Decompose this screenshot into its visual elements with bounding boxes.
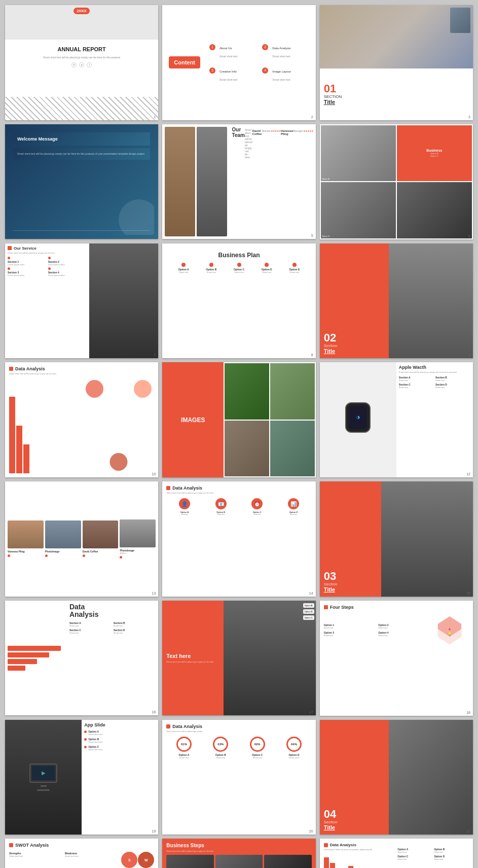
slide14-text: Smart short text will be placed go empty… bbox=[166, 492, 311, 494]
s24-opt3: Option CSmart text bbox=[397, 855, 432, 860]
slide8-number: 8 bbox=[311, 353, 313, 357]
slide-7[interactable]: Our Service Smart short text will be pla… bbox=[5, 244, 158, 359]
person2-role: Manager bbox=[293, 129, 303, 237]
service-item4: Section 4 Lorem ipsum dolor bbox=[48, 267, 87, 276]
slide10-venn bbox=[83, 377, 155, 473]
slide-12[interactable]: ◑ Apple Wacth Smart short text will be p… bbox=[320, 362, 473, 477]
slide-10[interactable]: Data Analysis Smart short text will be p… bbox=[5, 362, 158, 477]
circle3: 02% Option C Smart text bbox=[250, 737, 265, 759]
bs-photo3 bbox=[264, 855, 311, 868]
slide17-body: Smart short text will be placed go empty… bbox=[166, 661, 219, 663]
slide22-title: SWOT Analysis bbox=[15, 843, 49, 848]
slide14-icons: 👤 Option A Smart text 📧 Option B Smart t… bbox=[166, 498, 311, 515]
slide9-num: 02 bbox=[324, 332, 385, 343]
step-opt1: Option 1Smart text bbox=[324, 623, 377, 629]
slide-1[interactable]: 20XX ANNUAL REPORT Smart short text will… bbox=[5, 5, 158, 120]
slide21-num: 04 bbox=[324, 809, 385, 820]
swot-strengths: StrengthsSmart text here bbox=[9, 852, 63, 867]
slide12-watch-area: ◑ bbox=[320, 362, 396, 477]
slide24-options: Option ASmart text Option BSmart text Op… bbox=[397, 843, 469, 868]
slide-2[interactable]: Content 1 About UsSmart short text 2 Dat… bbox=[162, 5, 315, 120]
card3: David Coffee bbox=[83, 520, 119, 557]
slide-14[interactable]: Data Analysis Smart short text will be p… bbox=[162, 481, 315, 597]
bp-item3: Option C Smart text bbox=[226, 263, 252, 273]
service-item1: Section 1 Lorem ipsum dolor bbox=[8, 257, 47, 266]
slide-13[interactable]: Vanessa Pling Photolmage David Coffee Ph… bbox=[5, 481, 158, 597]
slide23-text: Smart short text will be placed go empty… bbox=[166, 850, 311, 852]
slide5-title: Our Team bbox=[232, 127, 245, 237]
slide10-red-dot bbox=[9, 367, 13, 371]
bar5 bbox=[348, 866, 353, 868]
slide11-number: 11 bbox=[309, 472, 313, 476]
slide-23[interactable]: Business Steps Smart short text will be … bbox=[162, 839, 315, 868]
slide9-title: Title bbox=[324, 348, 385, 354]
slide18-red-dot bbox=[324, 605, 328, 609]
slide-24[interactable]: Data Analysis Lorem ipsum dolor sit amet… bbox=[320, 839, 473, 868]
slide-18[interactable]: Four Steps Option 1Smart text Option 2Sm… bbox=[320, 601, 473, 716]
s16-opt2: Section BSmart text bbox=[114, 621, 156, 627]
slide4-number: 4 bbox=[154, 234, 156, 237]
slide18-title: Four Steps bbox=[330, 605, 354, 610]
slide5-person1: David Coffee Director ★★★★★ bbox=[252, 129, 281, 237]
slide-11[interactable]: IMAGES 11 bbox=[162, 362, 315, 477]
slide16-title: DataAnalysis bbox=[69, 603, 156, 619]
swot-diagram: S W O T bbox=[121, 852, 154, 868]
person2-name: Vanessa Pling bbox=[281, 129, 293, 237]
slide-20[interactable]: Data Analysis Smart short text will be p… bbox=[162, 720, 315, 835]
da-icon1-text: Smart text bbox=[179, 513, 190, 515]
venn-circle1 bbox=[86, 380, 103, 398]
swot-weakness: WeaknessSmart text here bbox=[65, 852, 119, 867]
bar2 bbox=[330, 863, 335, 868]
slide1-icons: P ♥ f bbox=[5, 62, 158, 67]
slide22-red-dot bbox=[9, 843, 13, 847]
slide20-red-dot bbox=[166, 724, 170, 728]
slides-grid: 20XX ANNUAL REPORT Smart short text will… bbox=[5, 5, 473, 868]
slide23-photos bbox=[166, 855, 311, 868]
arrow-svg: ▲ 💡 bbox=[433, 614, 466, 647]
slide-16[interactable]: DataAnalysis Section ASmart text Section… bbox=[5, 601, 158, 716]
bar2 bbox=[16, 426, 22, 473]
slide19-photo: ▶ bbox=[5, 720, 82, 835]
slide18-title-row: Four Steps bbox=[324, 605, 469, 610]
slide2-number: 2 bbox=[311, 115, 313, 119]
slide-17[interactable]: Text here Smart short text will be place… bbox=[162, 601, 315, 716]
slide-19[interactable]: ▶ App Slide Option ASmart short text Opt… bbox=[5, 720, 158, 835]
slide1-badge: 20XX bbox=[73, 8, 90, 14]
slide-6[interactable]: Option A Business Option B Option C Opti… bbox=[320, 124, 473, 239]
slide-4[interactable]: Welcome Message Smart short text will be… bbox=[5, 124, 158, 239]
app-item1: Option ASmart short text bbox=[84, 730, 156, 736]
slide4-title: Welcome Message bbox=[13, 132, 150, 146]
icon-facebook: f bbox=[87, 62, 92, 67]
slide7-left: Our Service Smart short text will be pla… bbox=[5, 244, 89, 359]
slide5-photo2 bbox=[197, 127, 227, 237]
da-icon4: 📊 Option D Smart text bbox=[288, 498, 299, 515]
slide1-title: ANNUAL REPORT bbox=[5, 44, 158, 55]
slide-15[interactable]: 03 Section Title 15 bbox=[320, 481, 473, 597]
slide20-number: 20 bbox=[309, 829, 313, 833]
slide-21[interactable]: 04 Section Title 21 bbox=[320, 720, 473, 835]
card1: Vanessa Pling bbox=[8, 520, 44, 557]
slide17-left: Text here Smart short text will be place… bbox=[162, 601, 224, 716]
slide2-badge: Content bbox=[169, 56, 200, 68]
slide-8[interactable]: Business Plan Option A Smart text Option… bbox=[162, 244, 315, 359]
bar1 bbox=[9, 397, 15, 473]
slide14-red-dot bbox=[166, 486, 170, 490]
slide-22[interactable]: SWOT Analysis StrengthsSmart text here W… bbox=[5, 839, 158, 868]
slide-9[interactable]: 02 Section Title 9 bbox=[320, 244, 473, 359]
da-icon4-text: Smart text bbox=[288, 513, 299, 515]
circle1: 01% Option A Smart text bbox=[176, 737, 192, 759]
slide10-title-row: Data Analysis bbox=[9, 366, 154, 371]
slide15-num: 03 bbox=[324, 571, 377, 582]
slide21-photo bbox=[389, 720, 473, 835]
opt-badge3: Option C bbox=[303, 615, 314, 620]
slide7-number: 7 bbox=[154, 353, 156, 357]
da-icon2-text: Smart text bbox=[215, 513, 227, 515]
slide3-title: Title bbox=[324, 99, 469, 105]
slide-5[interactable]: Our Team Smart short text will be placed… bbox=[162, 124, 315, 239]
bp-item5: Option E Smart text bbox=[281, 263, 308, 273]
slide-3[interactable]: 01 Section Title 3 bbox=[320, 5, 473, 120]
slide7-items: Section 1 Lorem ipsum dolor Section 2 Lo… bbox=[8, 257, 87, 276]
slide14-title: Data Analysis bbox=[172, 485, 202, 491]
slide10-content bbox=[9, 377, 154, 473]
slide20-circles: 01% Option A Smart text 03% Option B Sma… bbox=[166, 737, 311, 759]
